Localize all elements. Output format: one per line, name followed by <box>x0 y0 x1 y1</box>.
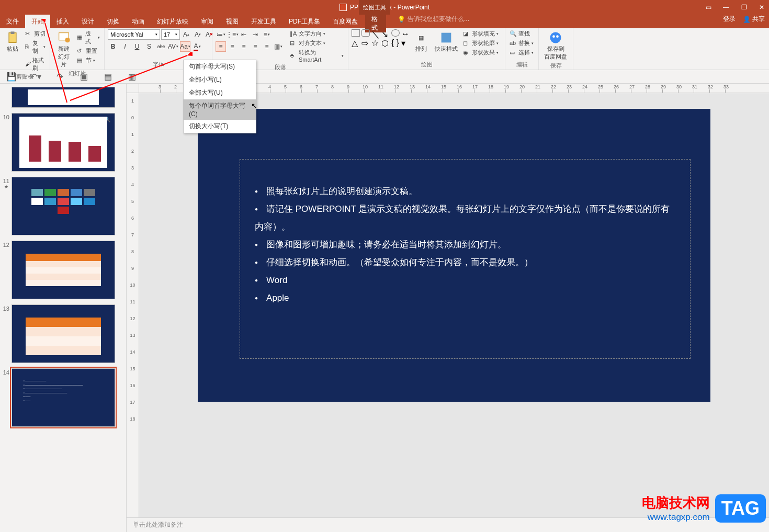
cut-button[interactable]: ✂剪切 <box>24 29 47 38</box>
tab-insert[interactable]: 插入 <box>50 15 75 28</box>
thumb-row-13[interactable]: 13 <box>0 303 126 367</box>
new-slide-button[interactable]: 新建 幻灯片 <box>53 29 74 70</box>
tab-transitions[interactable]: 切换 <box>100 15 126 28</box>
tab-baidu[interactable]: 百度网盘 <box>326 15 364 28</box>
shadow-button[interactable]: S <box>144 41 154 52</box>
bullets-button[interactable]: ≔▾ <box>216 29 226 40</box>
justify-button[interactable]: ≡ <box>250 41 261 52</box>
bullet-item[interactable]: 照每张幻灯片上的说明创建演示文稿。 <box>255 183 675 200</box>
shape-fill-button[interactable]: ◪形状填充▾ <box>462 29 500 38</box>
section-button[interactable]: ▤节▾ <box>76 56 101 65</box>
align-text-button[interactable]: ⊟对齐文本▾ <box>289 39 345 48</box>
find-button[interactable]: 🔍查找 <box>508 29 535 38</box>
align-right-button[interactable]: ≡ <box>239 41 249 52</box>
shapes-gallery[interactable]: ＼ ↘ ↔ △ ⇨ ☆ ⬡ { } ▾ <box>352 29 410 46</box>
format-painter-button[interactable]: 🖌格式刷 <box>24 56 47 73</box>
shape-rightarrow-icon[interactable]: ⇨ <box>361 38 370 46</box>
thumb-row-10[interactable]: 10 🔍 <box>0 112 126 176</box>
char-spacing-button[interactable]: AV▾ <box>168 41 178 52</box>
slide-canvas[interactable]: 照每张幻灯片上的说明创建演示文稿。请记住 POWERPOINT 是演示文稿的视觉… <box>198 109 710 402</box>
align-left-button[interactable]: ≡ <box>216 41 226 52</box>
tab-slideshow[interactable]: 幻灯片放映 <box>151 15 195 28</box>
line-spacing-button[interactable]: ≡▾ <box>262 29 272 40</box>
slide-viewport[interactable]: 照每张幻灯片上的说明创建演示文稿。请记住 POWERPOINT 是演示文稿的视觉… <box>139 93 769 517</box>
decrease-font-button[interactable]: A▾ <box>193 29 203 40</box>
paste-button[interactable]: 粘贴 <box>3 29 22 54</box>
thumb-row-11[interactable]: 11 ★ <box>0 176 126 240</box>
thumb-row-14[interactable]: 14 • ———————— • —————————————————————— •… <box>0 367 126 431</box>
case-toggle-item[interactable]: 切换大小写(T) <box>184 120 256 133</box>
tab-review[interactable]: 审阅 <box>195 15 220 28</box>
thumb-slide-10[interactable]: 🔍 <box>12 113 115 172</box>
shape-arrow-icon[interactable]: ↘ <box>381 29 390 37</box>
case-capitalize-item[interactable]: 每个单词首字母大写(C) <box>184 99 256 120</box>
arrange-button[interactable]: ▦ 排列 <box>412 29 431 54</box>
case-upper-item[interactable]: 全部大写(U) <box>184 86 256 99</box>
columns-button[interactable]: ▥▾ <box>273 41 284 52</box>
underline-button[interactable]: U <box>132 41 142 52</box>
align-center-button[interactable]: ≡ <box>227 41 238 52</box>
layout-button[interactable]: ▦版式▾ <box>76 29 101 46</box>
quick-styles-button[interactable]: 快速样式 <box>433 29 460 54</box>
shape-roundrect-icon[interactable] <box>361 29 370 37</box>
thumb-row-9[interactable] <box>0 86 126 112</box>
bullet-item[interactable]: Apple <box>255 289 675 307</box>
bullet-item[interactable]: 图像和图形可增加趣味；请务必在适当时将其添加到幻灯片。 <box>255 236 675 254</box>
shape-line-icon[interactable]: ＼ <box>371 29 380 37</box>
save-baidu-button[interactable]: 保存到 百度网盘 <box>542 29 569 62</box>
shape-oval-icon[interactable] <box>391 29 400 37</box>
select-button[interactable]: ▭选择▾ <box>508 48 535 57</box>
numbering-button[interactable]: ⋮≡▾ <box>227 29 238 40</box>
shape-more-icon[interactable]: ▾ <box>401 38 410 46</box>
shape-triangle-icon[interactable]: △ <box>352 38 360 46</box>
restore-button[interactable]: ❐ <box>740 3 748 12</box>
strike-button[interactable]: abc <box>156 41 166 52</box>
close-button[interactable]: ✕ <box>757 3 766 12</box>
ribbon-options-icon[interactable]: ▭ <box>704 3 713 12</box>
font-color-button[interactable]: A▾ <box>192 41 202 52</box>
ruler-vertical[interactable]: 10123456789101112131415161718 <box>127 93 139 517</box>
increase-indent-button[interactable]: ⇥ <box>250 29 261 40</box>
shape-brace-icon[interactable]: { } <box>391 38 400 46</box>
tab-file[interactable]: 文件 <box>0 15 25 28</box>
tab-design[interactable]: 设计 <box>75 15 100 28</box>
replace-button[interactable]: ab替换▾ <box>508 39 535 48</box>
shape-star-icon[interactable]: ☆ <box>371 38 380 46</box>
minimize-button[interactable]: — <box>722 3 730 12</box>
qat-custom2-icon[interactable]: ▥ <box>128 73 136 81</box>
distribute-button[interactable]: ≡ <box>262 41 272 52</box>
decrease-indent-button[interactable]: ⇤ <box>239 29 249 40</box>
tab-view[interactable]: 视图 <box>220 15 245 28</box>
qat-custom1-icon[interactable]: ▤ <box>104 73 112 81</box>
tab-pdf[interactable]: PDF工具集 <box>282 15 326 28</box>
tell-me-search[interactable]: 💡 告诉我您想要做什么... <box>398 15 469 24</box>
smartart-button[interactable]: ⬘转换为 SmartArt▾ <box>289 48 345 63</box>
copy-button[interactable]: ⎘复制▾ <box>24 39 47 55</box>
font-name-combo[interactable]: Microsoft Yal▾ <box>108 29 160 40</box>
shape-effects-button[interactable]: ◉形状效果▾ <box>462 48 500 57</box>
tab-developer[interactable]: 开发工具 <box>245 15 282 28</box>
login-button[interactable]: 登录 <box>723 15 736 24</box>
tab-home[interactable]: 开始 <box>25 15 50 28</box>
case-lower-item[interactable]: 全部小写(L) <box>184 73 256 86</box>
bullet-item[interactable]: 仔细选择切换和动画。（希望受众如何专注于内容，而不是效果。） <box>255 254 675 271</box>
text-direction-button[interactable]: ‖A文字方向▾ <box>289 29 345 38</box>
thumb-slide-9[interactable] <box>12 87 115 108</box>
share-button[interactable]: 👤 共享 <box>743 15 765 24</box>
shape-outline-button[interactable]: ◻形状轮廓▾ <box>462 39 500 48</box>
change-case-button[interactable]: Aa▾ <box>180 41 190 52</box>
tab-animations[interactable]: 动画 <box>126 15 151 28</box>
shape-rect-icon[interactable] <box>352 29 360 37</box>
thumb-slide-12[interactable] <box>12 241 115 299</box>
increase-font-button[interactable]: A▴ <box>181 29 191 40</box>
slide-thumbnails-panel[interactable]: 10 🔍 11 ★ <box>0 84 127 532</box>
thumb-slide-13[interactable] <box>12 304 115 363</box>
case-sentence-item[interactable]: 句首字母大写(S) <box>184 60 256 73</box>
font-size-combo[interactable]: 17▾ <box>161 29 180 40</box>
reset-button[interactable]: ↺重置 <box>76 47 101 55</box>
content-textbox[interactable]: 照每张幻灯片上的说明创建演示文稿。请记住 POWERPOINT 是演示文稿的视觉… <box>240 159 691 359</box>
shape-doublearrow-icon[interactable]: ↔ <box>401 29 410 37</box>
bold-button[interactable]: B <box>108 41 118 52</box>
bullet-item[interactable]: Word <box>255 271 675 289</box>
bullet-item[interactable]: 请记住 POWERPOINT 是演示文稿的视觉效果。每张幻灯片上的文字仅作为论点… <box>255 200 675 236</box>
